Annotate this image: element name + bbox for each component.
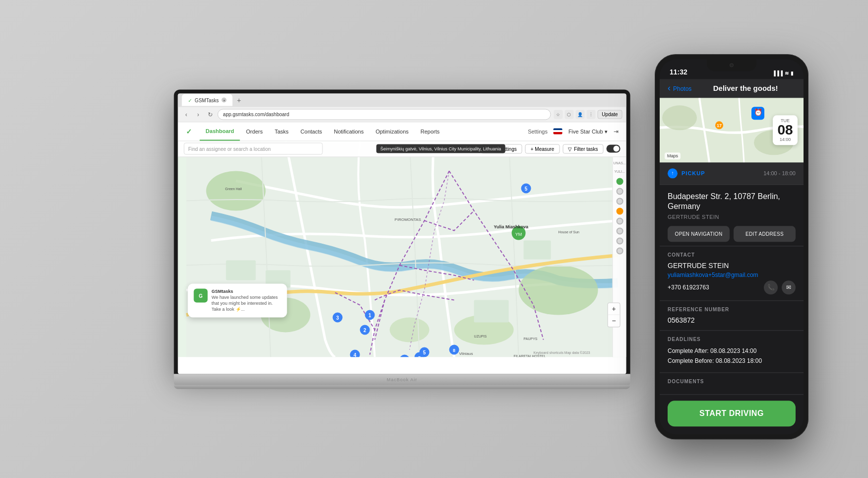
zoom-in-btn[interactable]: + (608, 303, 620, 315)
refresh-button[interactable]: ↻ (206, 110, 215, 119)
tab-close-btn[interactable]: × (222, 98, 227, 103)
new-tab-btn[interactable]: + (235, 96, 244, 105)
notif-text: GSMtasks We have launched some updates t… (212, 289, 281, 312)
phone-inner: 11:32 ▐▐▐ ≋ ▮ ‹ Photos Deliver the goods… (660, 59, 804, 434)
sidebar-dot-1[interactable] (616, 178, 623, 185)
nav-settings-link[interactable]: Settings (528, 129, 548, 135)
screen-title: Deliver the goods! (695, 84, 796, 92)
menu-btn[interactable]: ⋮ (586, 110, 595, 119)
start-driving-btn[interactable]: START DRIVING (668, 401, 796, 426)
pickup-label: PICKUP (682, 170, 705, 176)
address-section: Budapester Str. 2, 10787 Berlin, Germany… (660, 185, 804, 247)
measure-btn[interactable]: + Measure (525, 144, 560, 153)
pickup-section-header: ↑ PICKUP 14:00 - 18:00 (660, 162, 804, 185)
open-navigation-btn[interactable]: OPEN NAVIGATION (668, 226, 730, 242)
back-label: Photos (673, 85, 691, 92)
svg-text:8: 8 (453, 347, 455, 352)
call-btn[interactable]: 📞 (764, 280, 778, 294)
deadlines-label: DEADLINES (668, 337, 796, 342)
nav-contacts[interactable]: Contacts (295, 122, 328, 141)
edit-address-btn[interactable]: EDIT ADDRESS (734, 226, 796, 242)
svg-text:Vilniaus: Vilniaus (459, 351, 473, 355)
deadlines-section: DEADLINES Complete After: 08.08.2023 14:… (660, 331, 804, 373)
bookmark-btn[interactable]: ☆ (554, 110, 562, 119)
contact-section-label: CONTACT (668, 252, 796, 258)
phone: 11:32 ▐▐▐ ≋ ▮ ‹ Photos Deliver the goods… (655, 54, 808, 439)
laptop-base (174, 374, 630, 385)
map-date-card: TUE 08 14:00 (773, 115, 798, 145)
profile-btn[interactable]: 👤 (575, 110, 584, 119)
phone-bezel: 11:32 ▐▐▐ ≋ ▮ ‹ Photos Deliver the goods… (655, 54, 808, 439)
forward-button[interactable]: › (194, 110, 203, 119)
sidebar-dot-3[interactable] (616, 198, 623, 205)
phone-screen: 11:32 ▐▐▐ ≋ ▮ ‹ Photos Deliver the goods… (660, 59, 804, 434)
svg-text:House of Sun: House of Sun (558, 230, 580, 233)
browser-tabs: ✓ GSMTasks × + (178, 93, 626, 107)
map-search-input[interactable]: Find an assignee or search a location (184, 143, 323, 155)
notif-avatar: G (194, 289, 208, 303)
laptop-bottom (174, 385, 630, 389)
contact-action-icons: 📞 ✉ (764, 280, 796, 294)
sidebar-dot-8[interactable] (616, 247, 623, 254)
nav-orders[interactable]: Orders (240, 122, 269, 141)
filter-btn[interactable]: ▽ Filter tasks (562, 144, 603, 153)
tab-favicon: ✓ (188, 97, 192, 103)
map-zoom-controls: + − (608, 302, 620, 327)
sidebar-dot-7[interactable] (616, 237, 623, 244)
sidebar-dot-5[interactable] (616, 217, 623, 224)
nav-reports[interactable]: Reports (415, 122, 446, 141)
nav-optimizations[interactable]: Optimizations (370, 122, 415, 141)
svg-text:UZUPIS: UZUPIS (474, 334, 487, 338)
search-placeholder: Find an assignee or search a location (188, 146, 271, 151)
contact-email[interactable]: yuliamiashkova+5star@gmail.com (668, 272, 796, 278)
nav-notifications[interactable]: Notifications (328, 122, 370, 141)
contact-section: CONTACT GERTRUDE STEIN yuliamiashkova+5s… (660, 246, 804, 301)
browser-actions: ☆ ⬡ 👤 ⋮ Update (554, 110, 622, 119)
svg-text:2: 2 (364, 327, 367, 333)
nav-tasks[interactable]: Tasks (269, 122, 295, 141)
email-btn[interactable]: ✉ (782, 280, 796, 294)
app-nav: ✓ Dashboard Orders Tasks Contacts (178, 122, 626, 141)
nav-club-link[interactable]: Five Star Club ▾ (568, 128, 608, 135)
browser-chrome: ✓ GSMTasks × + ‹ › ↻ app.gsmtasks.com/da… (178, 93, 626, 122)
sidebar-dot-2[interactable] (616, 188, 623, 195)
address-action-buttons: OPEN NAVIGATION EDIT ADDRESS (668, 226, 796, 242)
date-number: 08 (775, 123, 796, 137)
browser-tab[interactable]: ✓ GSMTasks × (182, 94, 233, 106)
map-background: 1 2 3 4 5 (178, 141, 626, 357)
svg-text:7: 7 (418, 355, 421, 357)
back-button[interactable]: ‹ Photos (668, 83, 691, 93)
scene: ✓ GSMTasks × + ‹ › ↻ app.gsmtasks.com/da… (0, 0, 868, 478)
extensions-btn[interactable]: ⬡ (564, 110, 573, 119)
pickup-icon: ↑ (668, 168, 678, 178)
deadline-after: Complete After: 08.08.2023 14:00 (668, 346, 796, 356)
deadline-before: Complete Before: 08.08.2023 18:00 (668, 356, 796, 366)
contact-phone-row: +370 61923763 📞 ✉ (668, 280, 796, 294)
svg-text:5: 5 (525, 186, 528, 191)
nav-dashboard[interactable]: Dashboard (200, 122, 240, 141)
sidebar-dot-6[interactable] (616, 227, 623, 234)
svg-text:PAUPYS: PAUPYS (524, 337, 538, 340)
map-area[interactable]: Find an assignee or search a location ⚙ … (178, 141, 626, 357)
status-time: 11:32 (670, 68, 687, 76)
signal-icon: ▐▐▐ (772, 70, 783, 76)
svg-point-47 (662, 105, 697, 130)
sidebar-dot-4[interactable] (616, 207, 623, 214)
zoom-out-btn[interactable]: − (608, 315, 620, 327)
address-bar[interactable]: app.gsmtasks.com/dashboard (218, 109, 551, 120)
nav-logout-btn[interactable]: ⇥ (614, 128, 619, 135)
address-text: app.gsmtasks.com/dashboard (223, 112, 289, 117)
app-logo: ✓ (186, 128, 192, 136)
svg-text:⏰: ⏰ (754, 108, 763, 117)
svg-text:1: 1 (369, 312, 372, 318)
task-address: Budapester Str. 2, 10787 Berlin, Germany (668, 192, 796, 212)
svg-text:Keyboard shortcuts  Map data ©: Keyboard shortcuts Map data ©2023 (534, 350, 590, 354)
language-flag[interactable] (554, 129, 562, 135)
back-button[interactable]: ‹ (182, 110, 191, 119)
theme-toggle[interactable] (607, 145, 620, 153)
svg-text:PIROMONTAS: PIROMONTAS (395, 217, 421, 221)
update-button[interactable]: Update (597, 110, 622, 119)
svg-rect-9 (524, 240, 551, 259)
contact-phone-number: +370 61923763 (668, 284, 709, 291)
svg-text:4: 4 (354, 352, 357, 357)
